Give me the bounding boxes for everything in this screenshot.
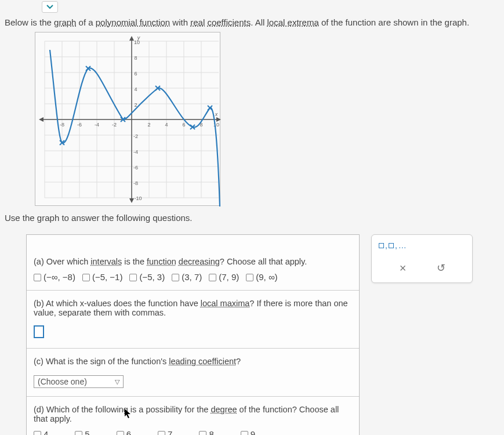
questions-panel: (a) Over which intervals is the function… (26, 234, 360, 435)
input-toolbox: ,,… × ↺ (371, 234, 473, 283)
checkbox-icon (241, 431, 248, 435)
checkbox-icon (172, 274, 179, 281)
checkbox-icon (34, 431, 41, 435)
checkbox-icon (117, 431, 124, 435)
question-a: (a) Over which intervals is the function… (27, 235, 359, 291)
qd-option-7[interactable]: 7 (158, 429, 172, 435)
question-c: (c) What is the sign of the function's l… (27, 349, 359, 397)
checkbox-icon (34, 274, 41, 281)
qd-option-4[interactable]: 4 (34, 429, 48, 435)
checkbox-icon (199, 431, 206, 435)
svg-text:-6: -6 (77, 122, 82, 128)
square-icon (379, 243, 384, 248)
checkbox-icon (209, 274, 216, 281)
qa-option-3[interactable]: (−5, 3) (129, 272, 165, 282)
svg-text:-2: -2 (133, 133, 138, 139)
checkbox-icon (82, 274, 90, 281)
list-format-button[interactable]: ,,… (379, 241, 465, 250)
qa-option-6[interactable]: (9, ∞) (246, 272, 277, 282)
svg-text:4: 4 (165, 122, 168, 128)
svg-text:-2: -2 (112, 122, 117, 128)
chevron-down-icon (46, 5, 53, 9)
leading-coefficient-select[interactable]: (Choose one) ▽ (34, 375, 124, 388)
svg-text:6: 6 (134, 71, 137, 77)
svg-marker-24 (129, 198, 134, 203)
checkbox-icon (75, 431, 82, 435)
svg-text:-10: -10 (134, 195, 142, 201)
svg-text:-8: -8 (60, 122, 64, 128)
question-b: (b) At which x-values does the function … (27, 291, 359, 349)
undo-button[interactable]: ↺ (434, 260, 449, 276)
svg-text:-6: -6 (133, 165, 138, 171)
collapse-button[interactable] (42, 1, 58, 13)
svg-text:6: 6 (182, 122, 185, 128)
select-placeholder: (Choose one) (38, 377, 87, 386)
chevron-down-icon: ▽ (115, 378, 119, 386)
intro-text: Below is the graph of a polynomial funct… (5, 17, 499, 27)
checkbox-icon (246, 274, 253, 281)
svg-text:-8: -8 (133, 180, 138, 186)
clear-button[interactable]: × (396, 260, 411, 276)
question-d: (d) Which of the following is a possibil… (27, 397, 359, 435)
svg-text:8: 8 (134, 55, 137, 61)
svg-text:y: y (137, 35, 140, 41)
svg-text:-4: -4 (95, 122, 99, 128)
qd-option-6[interactable]: 6 (117, 429, 131, 435)
svg-text:-4: -4 (133, 149, 138, 155)
instruction-text: Use the graph to answer the following qu… (5, 213, 499, 223)
qa-option-5[interactable]: (7, 9) (209, 272, 239, 282)
qa-option-4[interactable]: (3, 7) (172, 272, 202, 282)
local-maxima-input[interactable] (34, 325, 44, 338)
qd-option-8[interactable]: 8 (199, 429, 213, 435)
checkbox-icon (129, 274, 137, 281)
svg-marker-26 (39, 117, 43, 122)
svg-marker-25 (216, 117, 221, 122)
svg-text:4: 4 (134, 86, 137, 92)
svg-marker-23 (129, 36, 134, 41)
qd-option-9[interactable]: 9 (241, 429, 255, 435)
undo-icon: ↺ (437, 262, 445, 274)
qd-option-5[interactable]: 5 (75, 429, 89, 435)
qa-option-2[interactable]: (−5, −1) (82, 272, 123, 282)
polynomial-graph: 1086 42 -2-4-6 -8-10 -8-6-4-2 246810 y x (35, 32, 220, 206)
close-icon: × (400, 262, 407, 275)
svg-text:x: x (215, 111, 218, 117)
square-icon (389, 243, 394, 248)
checkbox-icon (158, 431, 165, 435)
svg-text:2: 2 (147, 122, 150, 128)
qa-option-1[interactable]: (−∞, −8) (34, 272, 75, 282)
